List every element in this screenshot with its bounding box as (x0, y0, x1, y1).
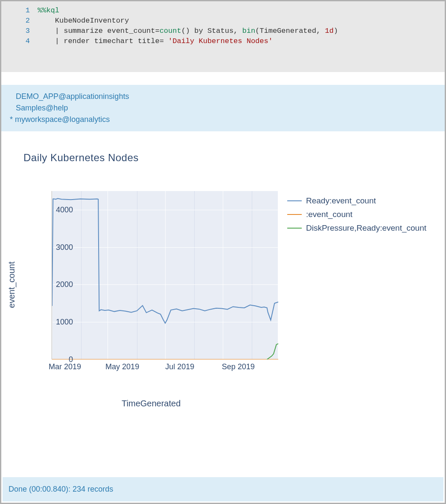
line-no: 1 (6, 6, 30, 16)
y-tick: 1000 (54, 318, 73, 327)
legend-item[interactable]: Ready:event_count (287, 196, 426, 206)
chart-title: Daily Kubernetes Nodes (23, 152, 139, 164)
legend-label: DiskPressure,Ready:event_count (306, 223, 426, 233)
series-line (52, 199, 278, 323)
cell-magic: %%kql (38, 6, 59, 14)
status-bar: Done (00:00.840): 234 records (3, 477, 443, 501)
line-gutter: 1 2 3 4 (6, 6, 38, 46)
chart-series (52, 191, 278, 359)
code-cell: 1 2 3 4 %%kql KubeNodeInventory | summar… (1, 1, 445, 72)
legend-swatch (287, 200, 302, 201)
legend-label: :event_count (306, 210, 353, 219)
plot-area[interactable]: event_count TimeGenerated 01000200030004… (30, 191, 282, 379)
x-tick: Mar 2019 (49, 362, 81, 371)
code-content[interactable]: %%kql KubeNodeInventory | summarize even… (38, 6, 338, 46)
chart-legend[interactable]: Ready:event_count:event_countDiskPressur… (287, 196, 426, 237)
line-no: 3 (6, 26, 30, 36)
y-tick: 3000 (54, 243, 73, 252)
x-tick: May 2019 (105, 362, 139, 371)
table-name: KubeNodeInventory (55, 17, 129, 25)
y-axis-label: event_count (7, 262, 17, 308)
x-axis-label: TimeGenerated (122, 399, 181, 408)
x-tick: Jul 2019 (165, 362, 194, 371)
y-tick: 2000 (54, 280, 73, 289)
context-line: Samples@help (10, 102, 436, 114)
legend-item[interactable]: :event_count (287, 210, 426, 219)
legend-swatch (287, 228, 302, 229)
y-tick: 4000 (54, 205, 73, 214)
legend-swatch (287, 214, 302, 215)
x-tick: Sep 2019 (222, 362, 255, 371)
context-active: myworkspace@loganalytics (15, 115, 110, 124)
line-no: 4 (6, 36, 30, 46)
chart-output: Daily Kubernetes Nodes event_count TimeG… (1, 131, 445, 417)
legend-item[interactable]: DiskPressure,Ready:event_count (287, 223, 426, 233)
context-line: DEMO_APP@applicationinsights (10, 91, 436, 102)
line-no: 2 (6, 16, 30, 26)
series-line (267, 344, 279, 359)
legend-label: Ready:event_count (306, 196, 376, 206)
context-box: DEMO_APP@applicationinsights Samples@hel… (1, 85, 445, 131)
